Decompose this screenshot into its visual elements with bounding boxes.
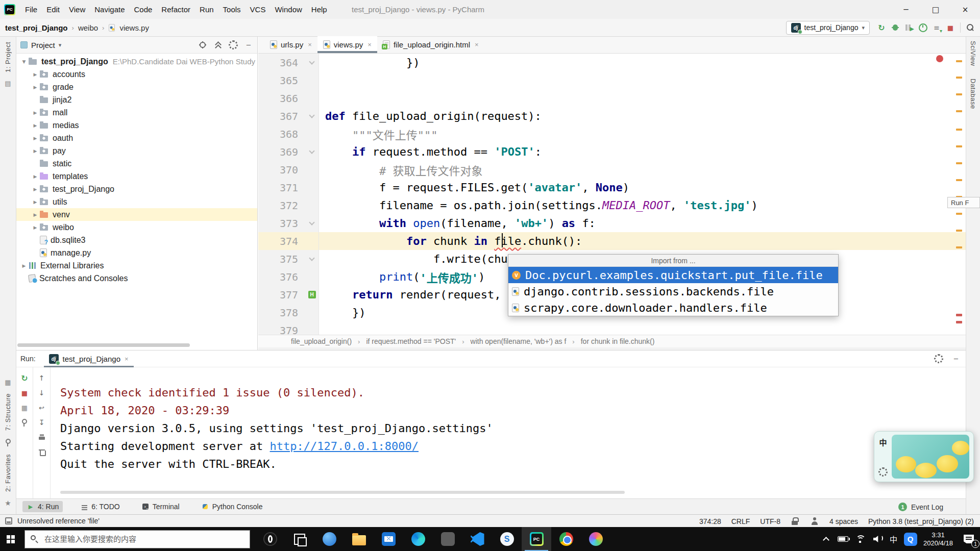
- tree-expand-arrow[interactable]: ▶: [31, 136, 40, 141]
- fold-marker-icon[interactable]: [309, 219, 314, 225]
- taskbar-icon-vscode[interactable]: [462, 527, 492, 551]
- taskbar-icon-mail[interactable]: [374, 527, 403, 551]
- coverage-icon[interactable]: [904, 23, 914, 32]
- breadcrumb-item[interactable]: file_upload_origin(): [291, 337, 352, 345]
- tool-window-button-favorites[interactable]: 2: Favorites: [4, 454, 12, 492]
- taskbar-icon-grayapp[interactable]: [433, 527, 462, 551]
- warning-stripe-mark[interactable]: [956, 110, 962, 112]
- stop-icon[interactable]: [20, 388, 29, 397]
- clear-icon[interactable]: [37, 447, 46, 457]
- code-line[interactable]: 366: [258, 89, 966, 107]
- tree-item[interactable]: ▶accounts: [16, 68, 257, 81]
- line-number[interactable]: 376: [258, 268, 305, 286]
- gear-icon[interactable]: [229, 40, 238, 49]
- crosshair-icon[interactable]: [198, 40, 207, 49]
- ime-label[interactable]: 中: [879, 437, 887, 447]
- code-line[interactable]: 374 for chunk in file.chunk():: [258, 232, 966, 250]
- warning-stripe-mark[interactable]: [956, 213, 962, 215]
- tree-expand-arrow[interactable]: ▶: [31, 110, 40, 115]
- line-number[interactable]: 379: [258, 321, 305, 335]
- menu-help[interactable]: Help: [307, 0, 332, 19]
- tree-item[interactable]: ▶templates: [16, 170, 257, 183]
- scroll-end-icon[interactable]: [37, 418, 46, 427]
- warning-stripe-mark[interactable]: [956, 77, 962, 79]
- tree-expand-arrow[interactable]: ▶: [31, 212, 40, 217]
- tree-item[interactable]: ▼test_proj_DjangoE:\PhD.Candidate Dai WE…: [16, 55, 257, 68]
- code-line[interactable]: 379: [258, 321, 966, 335]
- tool-tab-terminal[interactable]: Terminal: [137, 501, 184, 512]
- warning-stripe-mark[interactable]: [956, 179, 962, 181]
- line-number[interactable]: 366: [258, 89, 305, 107]
- line-number[interactable]: 365: [258, 71, 305, 89]
- line-number[interactable]: 374: [258, 232, 305, 250]
- fold-marker-icon[interactable]: [309, 59, 314, 64]
- warning-stripe-mark[interactable]: [956, 162, 962, 164]
- console-link[interactable]: http://127.0.0.1:8000/: [270, 440, 419, 453]
- project-panel-title[interactable]: Project: [31, 41, 55, 49]
- code-line[interactable]: 370 # 获取上传文件对象: [258, 161, 966, 179]
- status-window-icon[interactable]: [5, 517, 12, 524]
- gear-icon[interactable]: [934, 354, 943, 363]
- menu-code[interactable]: Code: [129, 0, 157, 19]
- stop-icon[interactable]: [946, 23, 955, 32]
- fold-marker-icon[interactable]: [309, 255, 314, 261]
- tree-item[interactable]: jinja2: [16, 93, 257, 106]
- line-number[interactable]: 369: [258, 143, 305, 161]
- line-number[interactable]: 371: [258, 179, 305, 196]
- status-item[interactable]: 4 spaces: [829, 517, 858, 525]
- error-stripe-mark[interactable]: [956, 321, 962, 323]
- minimize-button[interactable]: ─: [891, 0, 921, 19]
- start-button[interactable]: [0, 527, 24, 551]
- tree-item[interactable]: ▶pay: [16, 144, 257, 157]
- close-tab-icon[interactable]: ×: [368, 41, 372, 48]
- close-button[interactable]: ×: [950, 0, 980, 19]
- tree-expand-arrow[interactable]: ▶: [31, 123, 40, 128]
- taskbar-icon-opera[interactable]: [255, 527, 285, 551]
- code-line[interactable]: 369 if request.method == 'POST':: [258, 143, 966, 161]
- tab-urls.py[interactable]: urls.py×: [264, 36, 317, 53]
- tree-expand-arrow[interactable]: ▶: [31, 225, 40, 230]
- fold-marker-icon[interactable]: [309, 148, 314, 154]
- tree-item[interactable]: manage.py: [16, 246, 257, 259]
- tray-app-q[interactable]: Q: [902, 527, 919, 551]
- taskbar-icon-edge[interactable]: [403, 527, 433, 551]
- inspection-badge[interactable]: [936, 55, 943, 62]
- tool-tab-6-todo[interactable]: 6: TODO: [76, 501, 124, 512]
- menu-vcs[interactable]: VCS: [246, 0, 271, 19]
- tab-file_upload_origin.html[interactable]: file_upload_origin.html×: [377, 36, 484, 53]
- tree-expand-arrow[interactable]: ▼: [19, 59, 29, 64]
- hidden-icons-chevron[interactable]: [818, 527, 835, 551]
- import-option[interactable]: vDoc.pycurl.examples.quickstart.put_file…: [508, 267, 838, 283]
- print-icon[interactable]: [37, 433, 46, 442]
- tree-expand-arrow[interactable]: ▶: [31, 187, 40, 192]
- menu-file[interactable]: File: [20, 0, 42, 19]
- close-tab-icon[interactable]: ×: [475, 41, 479, 48]
- debug-icon[interactable]: [891, 23, 900, 32]
- rerun-icon[interactable]: [20, 373, 29, 383]
- up-icon[interactable]: [37, 373, 46, 383]
- taskbar-clock[interactable]: 3:31 2020/4/18: [919, 531, 958, 547]
- taskbar-icon-photos[interactable]: [581, 527, 610, 551]
- line-number[interactable]: 370: [258, 161, 305, 179]
- breadcrumb-item[interactable]: if request.method == 'POST': [366, 337, 456, 345]
- code-line[interactable]: 367def file_upload_origin(request):: [258, 107, 966, 125]
- horizontal-scrollbar[interactable]: [60, 491, 625, 494]
- action-center[interactable]: 1: [958, 527, 980, 551]
- tree-item[interactable]: ▶grade: [16, 81, 257, 93]
- warning-stripe-mark[interactable]: [956, 93, 962, 95]
- import-option[interactable]: django.contrib.sessions.backends.file: [508, 283, 838, 299]
- horizontal-scrollbar[interactable]: [17, 343, 190, 347]
- profiler-icon[interactable]: [918, 23, 927, 32]
- line-number[interactable]: 367: [258, 107, 305, 125]
- code-line[interactable]: 372 filename = os.path.join(settings.MED…: [258, 196, 966, 214]
- maximize-button[interactable]: □: [921, 0, 950, 19]
- import-option[interactable]: scrapy.core.downloader.handlers.file: [508, 299, 838, 316]
- tab-views.py[interactable]: views.py×: [317, 36, 377, 53]
- ime-indicator[interactable]: 中: [885, 527, 902, 551]
- tree-expand-arrow[interactable]: ▶: [31, 148, 40, 154]
- gear-icon[interactable]: [878, 467, 888, 477]
- taskbar-icon-explorer[interactable]: [344, 527, 374, 551]
- rerun-icon[interactable]: [877, 23, 886, 32]
- structure-stub-icon[interactable]: ▦: [5, 379, 11, 386]
- status-item[interactable]: CRLF: [731, 517, 750, 525]
